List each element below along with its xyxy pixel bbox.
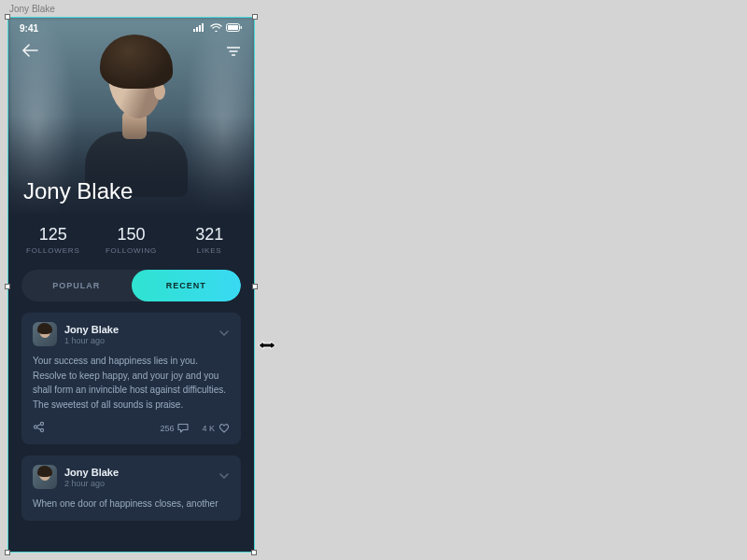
svg-rect-6	[241, 26, 243, 29]
stat-followers[interactable]: 125 FOLLOWERS	[14, 225, 92, 255]
svg-rect-3	[202, 23, 204, 32]
stat-label: LIKES	[170, 246, 248, 255]
likes-metric[interactable]: 4 K	[202, 423, 230, 433]
avatar[interactable]	[33, 322, 57, 346]
stat-label: FOLLOWERS	[14, 246, 92, 255]
post-card[interactable]: Jony Blake 1 hour ago Your success and h…	[21, 313, 241, 444]
selection-handle[interactable]	[5, 284, 10, 289]
mobile-artboard[interactable]: 9:41 Jony Blake	[7, 17, 255, 553]
comment-icon	[177, 423, 189, 433]
svg-rect-2	[199, 25, 201, 32]
artboard-label: Jony Blake	[9, 4, 55, 14]
post-time: 1 hour ago	[64, 336, 119, 345]
back-arrow-icon[interactable]	[21, 44, 38, 61]
stat-following[interactable]: 150 FOLLOWING	[92, 225, 171, 255]
stats-row: 125 FOLLOWERS 150 FOLLOWING 321 LIKES	[8, 214, 254, 264]
status-bar: 9:41	[8, 18, 254, 38]
selection-handle[interactable]	[5, 14, 10, 20]
status-time: 9:41	[20, 23, 38, 34]
svg-line-14	[36, 427, 40, 429]
post-card[interactable]: Jony Blake 2 hour ago When one door of h…	[21, 455, 241, 521]
svg-rect-0	[193, 29, 195, 32]
comments-metric[interactable]: 256	[160, 423, 189, 433]
stat-likes[interactable]: 321 LIKES	[170, 225, 248, 255]
selection-handle[interactable]	[251, 550, 257, 555]
signal-icon	[193, 23, 206, 34]
selection-handle[interactable]	[5, 550, 10, 555]
share-icon[interactable]	[33, 421, 45, 435]
stat-label: FOLLOWING	[92, 246, 171, 255]
resize-horizontal-cursor-icon	[258, 338, 276, 349]
svg-point-12	[40, 428, 43, 431]
svg-point-11	[40, 422, 43, 425]
post-time: 2 hour ago	[64, 479, 119, 488]
battery-icon	[226, 23, 243, 34]
tab-bar: POPULAR RECENT	[21, 270, 241, 301]
svg-line-13	[36, 425, 40, 427]
post-body: When one door of happiness closes, anoth…	[33, 497, 230, 511]
selection-handle[interactable]	[252, 284, 258, 289]
filter-icon[interactable]	[226, 44, 241, 61]
post-author: Jony Blake	[64, 467, 119, 478]
tab-popular[interactable]: POPULAR	[21, 270, 132, 301]
stat-value: 150	[92, 225, 171, 245]
stat-value: 321	[170, 225, 248, 245]
selection-handle[interactable]	[252, 14, 258, 20]
avatar[interactable]	[33, 465, 57, 489]
tab-recent[interactable]: RECENT	[132, 270, 242, 301]
comment-count: 256	[160, 424, 174, 433]
svg-rect-1	[196, 27, 198, 32]
wifi-icon	[210, 23, 222, 34]
chevron-down-icon[interactable]	[218, 324, 230, 341]
profile-hero: 9:41 Jony Blake	[8, 18, 254, 214]
profile-name: Jony Blake	[23, 178, 133, 204]
post-body: Your success and happiness lies in you. …	[33, 354, 230, 412]
post-author: Jony Blake	[64, 324, 119, 335]
chevron-down-icon[interactable]	[218, 467, 230, 483]
svg-rect-5	[228, 25, 238, 30]
stat-value: 125	[14, 225, 92, 245]
like-count: 4 K	[202, 424, 215, 433]
post-list: Jony Blake 1 hour ago Your success and h…	[8, 313, 254, 521]
heart-icon	[218, 423, 230, 433]
